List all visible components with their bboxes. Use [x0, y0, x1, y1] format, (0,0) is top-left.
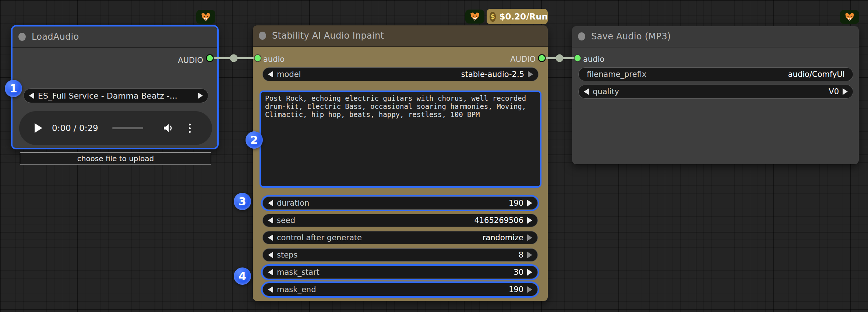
input-port-label: audio	[263, 54, 285, 64]
play-icon[interactable]	[35, 123, 42, 133]
fox-badge	[196, 10, 215, 24]
node-load-audio[interactable]: LoadAudio AUDIO ES_Full Service - Damma …	[11, 25, 219, 149]
next-arrow-icon[interactable]	[527, 286, 532, 293]
next-arrow-icon[interactable]	[527, 269, 532, 276]
collapse-dot[interactable]	[18, 33, 26, 41]
widget-steps[interactable]: steps 8	[262, 248, 538, 262]
next-arrow-icon[interactable]	[843, 88, 848, 95]
price-per-run-label: $0.20/Run	[499, 12, 548, 21]
audio-input-port[interactable]	[254, 55, 261, 62]
audio-file-name: ES_Full Service - Damma Beatz -...	[38, 91, 194, 100]
input-port-label: audio	[583, 54, 604, 64]
node-load-audio-header[interactable]: LoadAudio	[13, 26, 217, 48]
audio-output-port[interactable]	[207, 55, 214, 62]
prev-arrow-icon[interactable]	[268, 200, 273, 206]
node-stability-header[interactable]: Stability AI Audio Inpaint	[253, 25, 548, 47]
prev-arrow-icon[interactable]	[29, 92, 34, 99]
annotation-badge-4: 4	[234, 267, 251, 285]
price-per-run-badge: $ $0.20/Run	[487, 9, 548, 24]
next-arrow-icon[interactable]	[527, 217, 532, 224]
widget-control-after-generate[interactable]: control after generate randomize	[262, 231, 538, 244]
output-port-label: AUDIO	[510, 54, 536, 64]
wire-midpoint-dot[interactable]	[230, 54, 238, 62]
fox-icon	[200, 12, 211, 22]
audio-input-port[interactable]	[574, 55, 581, 62]
widget-model[interactable]: model stable-audio-2.5	[262, 67, 539, 81]
widget-filename-prefix[interactable]: filename_prefix audio/ComfyUI	[578, 67, 853, 81]
next-arrow-icon[interactable]	[528, 71, 533, 78]
prev-arrow-icon[interactable]	[268, 234, 273, 241]
prev-arrow-icon[interactable]	[584, 88, 589, 95]
annotation-badge-2: 2	[246, 131, 263, 149]
prev-arrow-icon[interactable]	[268, 286, 273, 293]
node-title: LoadAudio	[32, 32, 79, 42]
collapse-dot[interactable]	[259, 32, 266, 40]
annotation-badge-1: 1	[5, 80, 22, 97]
fox-icon	[844, 12, 855, 22]
fox-badge	[465, 10, 484, 24]
audio-output-port[interactable]	[539, 55, 546, 62]
seek-bar[interactable]	[112, 127, 143, 129]
volume-icon[interactable]	[162, 122, 174, 134]
output-port-label: AUDIO	[178, 55, 203, 65]
audio-file-combo[interactable]: ES_Full Service - Damma Beatz -...	[24, 88, 208, 103]
widget-duration[interactable]: duration 190	[262, 196, 538, 210]
next-arrow-icon[interactable]	[527, 234, 532, 241]
node-title: Stability AI Audio Inpaint	[272, 31, 384, 41]
next-arrow-icon[interactable]	[198, 92, 203, 99]
fox-icon	[469, 12, 480, 22]
widget-mask-start[interactable]: mask_start 30	[262, 266, 538, 279]
widget-quality[interactable]: quality V0	[578, 85, 853, 99]
prev-arrow-icon[interactable]	[268, 217, 273, 224]
next-arrow-icon[interactable]	[527, 252, 532, 258]
wire-midpoint-dot[interactable]	[556, 54, 564, 62]
node-save-audio-mp3[interactable]: Save Audio (MP3) audio filename_prefix a…	[572, 26, 859, 164]
prev-arrow-icon[interactable]	[268, 252, 273, 258]
collapse-dot[interactable]	[578, 32, 585, 40]
playback-time: 0:00 / 0:29	[52, 123, 98, 133]
widget-mask-end[interactable]: mask_end 190	[262, 283, 538, 296]
prev-arrow-icon[interactable]	[268, 71, 273, 78]
fox-badge	[840, 10, 859, 24]
node-stability-audio-inpaint[interactable]: Stability AI Audio Inpaint audio AUDIO m…	[253, 25, 548, 301]
choose-file-button[interactable]: choose file to upload	[20, 152, 211, 165]
node-graph-canvas[interactable]: LoadAudio AUDIO ES_Full Service - Damma …	[0, 0, 868, 312]
annotation-badge-3: 3	[234, 193, 251, 210]
widget-seed[interactable]: seed 4165269506	[262, 214, 538, 227]
next-arrow-icon[interactable]	[527, 200, 532, 206]
prompt-textarea[interactable]: Post Rock, echoing electric guitars with…	[260, 91, 541, 188]
audio-player: 0:00 / 0:29	[19, 111, 212, 145]
kebab-menu-icon[interactable]	[189, 124, 191, 133]
node-save-audio-header[interactable]: Save Audio (MP3)	[572, 26, 859, 47]
node-title: Save Audio (MP3)	[591, 31, 671, 42]
prev-arrow-icon[interactable]	[268, 269, 273, 276]
dollar-coin-icon: $	[490, 12, 496, 22]
